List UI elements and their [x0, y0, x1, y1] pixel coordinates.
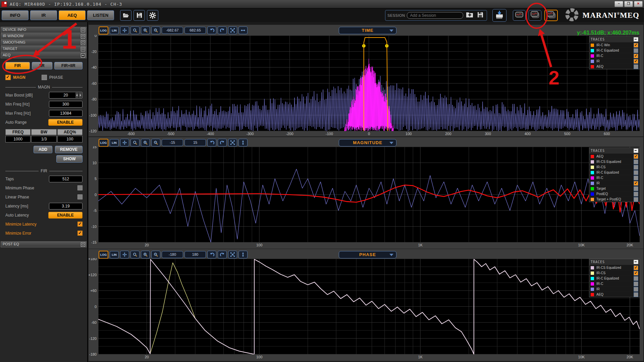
trace-visibility-checkbox[interactable] — [634, 64, 638, 69]
section-device-info[interactable]: DEVICE INFO — [1, 27, 87, 33]
magnitude-chart-selector[interactable]: MAGNITUDE — [339, 139, 396, 146]
section-ir-window[interactable]: IR WINDOW — [1, 33, 87, 39]
freq-cell[interactable]: 1000 — [5, 136, 31, 142]
zoom-out-icon[interactable] — [151, 26, 160, 34]
tab-aeq[interactable]: AEQ — [59, 10, 86, 20]
redo-icon[interactable] — [218, 139, 227, 146]
legend-collapse-icon[interactable] — [634, 37, 638, 42]
vertical-range-icon[interactable] — [238, 251, 248, 258]
section-post-eq[interactable]: POST EQ — [1, 241, 87, 247]
trace-visibility-checkbox[interactable] — [634, 160, 638, 164]
zoom-out-icon[interactable] — [151, 139, 160, 146]
max-freq-input[interactable]: 13084 — [49, 110, 83, 117]
min-freq-input[interactable]: 300 — [49, 101, 83, 108]
time-plot[interactable]: 0-20-40-60-80-100-120-600-500-400-300-20… — [88, 35, 643, 137]
window-handle[interactable] — [385, 44, 388, 48]
magnitude-plot[interactable]: 151050-5-10-15201001K10K20K — [88, 146, 643, 248]
trace-visibility-checkbox[interactable] — [634, 181, 638, 186]
trace-visibility-checkbox[interactable] — [634, 271, 638, 276]
log-scale-button[interactable]: LOG — [99, 26, 108, 35]
add-session-button[interactable] — [465, 11, 474, 19]
spinner[interactable] — [75, 93, 82, 98]
trace-visibility-checkbox[interactable] — [634, 287, 638, 292]
zoom-select-icon[interactable] — [130, 26, 140, 34]
taps-input[interactable]: 512 — [49, 176, 83, 182]
tab-listen[interactable]: LISTEN — [87, 10, 114, 20]
vertical-range-icon[interactable] — [238, 139, 248, 146]
trace-visibility-checkbox[interactable] — [634, 165, 638, 170]
open-project-button[interactable] — [120, 10, 131, 21]
view-double-button[interactable] — [529, 10, 541, 21]
zoom-select-icon[interactable] — [130, 251, 140, 258]
auto-range-enable-button[interactable]: ENABLE — [48, 119, 83, 126]
trace-visibility-checkbox[interactable] — [634, 43, 638, 48]
save-project-button[interactable] — [133, 10, 145, 21]
zoom-in-icon[interactable] — [141, 26, 150, 34]
trace-visibility-checkbox[interactable] — [634, 170, 638, 175]
linear-phase-checkbox[interactable] — [77, 194, 83, 199]
undo-icon[interactable] — [207, 26, 216, 34]
redo-icon[interactable] — [218, 251, 227, 258]
trace-visibility-checkbox[interactable] — [634, 276, 638, 281]
iir-mode-button[interactable]: IIR — [32, 62, 52, 69]
tab-info[interactable]: INFO — [2, 10, 29, 20]
trace-visibility-checkbox[interactable] — [634, 176, 638, 180]
trace-visibility-checkbox[interactable] — [634, 186, 638, 191]
show-button[interactable]: SHOW — [56, 155, 83, 163]
add-button[interactable]: ADD — [34, 146, 52, 153]
trace-visibility-checkbox[interactable] — [634, 59, 638, 64]
log-scale-button[interactable]: LOG — [99, 139, 108, 147]
section-smoothing[interactable]: SMOOTHING — [1, 40, 87, 46]
minimize-error-checkbox[interactable] — [77, 231, 83, 236]
view-single-button[interactable] — [513, 10, 526, 21]
fit-icon[interactable] — [228, 26, 237, 34]
phase-chart-selector[interactable]: PHASE — [339, 251, 396, 258]
phase-checkbox[interactable] — [42, 75, 47, 80]
maximize-button[interactable]: ❐ — [624, 1, 633, 7]
lin-scale-button[interactable]: LIN — [110, 139, 119, 146]
zoom-in-icon[interactable] — [141, 251, 150, 258]
lin-scale-button[interactable]: LIN — [110, 27, 119, 34]
trace-visibility-checkbox[interactable] — [634, 154, 638, 159]
horizontal-range-icon[interactable] — [238, 26, 248, 34]
range-min-input[interactable]: -15 — [162, 139, 183, 146]
minimize-latency-checkbox[interactable] — [77, 222, 83, 227]
auto-latency-enable-button[interactable]: ENABLE — [48, 212, 83, 219]
pan-icon[interactable] — [120, 139, 129, 146]
zoom-out-icon[interactable] — [151, 251, 160, 258]
section-aeq[interactable]: AEQ — [1, 52, 87, 58]
zoom-in-icon[interactable] — [141, 139, 150, 146]
section-target[interactable]: TARGET — [1, 46, 87, 52]
trace-visibility-checkbox[interactable] — [634, 197, 638, 202]
time-chart-selector[interactable]: TIME — [339, 27, 396, 34]
fir-iir-mode-button[interactable]: FIR+IIR — [54, 62, 83, 69]
range-max-input[interactable]: 682.65 — [184, 27, 206, 34]
trace-visibility-checkbox[interactable] — [634, 192, 638, 196]
range-min-input[interactable]: -682.67 — [162, 27, 183, 34]
zoom-select-icon[interactable] — [130, 139, 140, 146]
log-scale-button[interactable]: LOG — [99, 251, 108, 259]
max-boost-input[interactable]: 20 — [49, 92, 83, 99]
save-session-button[interactable] — [476, 11, 485, 19]
trace-visibility-checkbox[interactable] — [634, 54, 638, 58]
window-handle[interactable] — [362, 44, 366, 48]
fit-icon[interactable] — [228, 139, 237, 146]
aeq-pct-cell[interactable]: 100 — [57, 136, 83, 142]
redo-icon[interactable] — [218, 26, 227, 34]
latency-input[interactable]: 3.19 — [49, 203, 83, 209]
range-max-input[interactable]: 15 — [184, 139, 206, 146]
close-button[interactable]: ✕ — [634, 1, 643, 7]
minimize-button[interactable]: – — [614, 1, 623, 7]
trace-visibility-checkbox[interactable] — [634, 48, 638, 53]
minimum-phase-checkbox[interactable] — [77, 185, 83, 190]
legend-collapse-icon[interactable] — [634, 260, 638, 264]
legend-collapse-icon[interactable] — [634, 148, 638, 153]
view-triple-button[interactable] — [544, 10, 558, 21]
trace-visibility-checkbox[interactable] — [634, 282, 638, 286]
undo-icon[interactable] — [207, 139, 216, 146]
trace-visibility-checkbox[interactable] — [634, 292, 638, 297]
magn-checkbox[interactable] — [5, 75, 11, 80]
remove-button[interactable]: REMOVE — [55, 146, 83, 153]
settings-button[interactable] — [147, 10, 158, 21]
fit-icon[interactable] — [228, 251, 237, 258]
